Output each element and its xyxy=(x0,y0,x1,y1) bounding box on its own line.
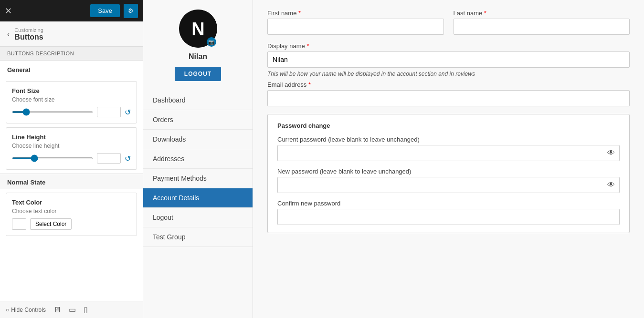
line-height-title: Line Height xyxy=(12,133,131,141)
confirm-password-input[interactable] xyxy=(277,209,620,225)
display-name-required: * xyxy=(306,42,309,50)
svg-text:N: N xyxy=(191,19,204,39)
select-color-button[interactable]: Select Color xyxy=(30,218,72,230)
new-password-group: New password (leave blank to leave uncha… xyxy=(277,168,620,193)
save-button[interactable]: Save xyxy=(90,4,120,17)
text-color-sublabel: Choose text color xyxy=(12,208,131,215)
logout-button[interactable]: LOGOUT xyxy=(175,67,221,81)
password-section: Password change Current password (leave … xyxy=(267,114,630,233)
email-label: Email address * xyxy=(267,81,630,88)
color-swatch-row: Select Color xyxy=(12,218,131,230)
desktop-view-button[interactable]: 🖥 xyxy=(53,306,61,314)
line-height-control: Line Height Choose line height 1.25 ↺ xyxy=(6,127,137,170)
display-name-group: Display name * This will be how your nam… xyxy=(267,42,630,77)
nav-item-account-details[interactable]: Account Details xyxy=(143,188,253,208)
last-name-required: * xyxy=(484,10,486,17)
circle-icon: ○ xyxy=(6,307,9,313)
back-button[interactable]: ‹ xyxy=(7,30,10,39)
nav-item-addresses[interactable]: Addresses xyxy=(143,149,253,169)
last-name-label: Last name * xyxy=(454,10,630,17)
current-password-group: Current password (leave blank to leave u… xyxy=(277,136,620,161)
line-height-slider-row: 1.25 ↺ xyxy=(12,153,131,164)
confirm-password-wrap xyxy=(277,209,620,225)
password-section-title: Password change xyxy=(277,122,620,129)
customizing-label: Customizing xyxy=(14,27,43,33)
font-size-reset-button[interactable]: ↺ xyxy=(125,108,131,117)
nav-item-payment-methods[interactable]: Payment Methods xyxy=(143,169,253,188)
font-size-input[interactable]: 14 xyxy=(97,107,121,117)
show-current-password-icon[interactable]: 👁 xyxy=(607,149,615,157)
nav-item-orders[interactable]: Orders xyxy=(143,110,253,130)
display-name-input[interactable] xyxy=(267,51,630,68)
gear-icon-button[interactable]: ⚙ xyxy=(124,4,138,18)
name-row: First name * Last name * xyxy=(267,10,630,35)
first-name-required: * xyxy=(298,10,301,17)
display-name-hint: This will be how your name will be displ… xyxy=(267,71,630,77)
font-size-slider[interactable] xyxy=(12,111,93,113)
text-color-control: Text Color Choose text color Select Colo… xyxy=(6,193,137,236)
hide-controls-button[interactable]: ○ Hide Controls xyxy=(6,307,46,313)
last-name-group: Last name * xyxy=(454,10,630,35)
desktop-icon: 🖥 xyxy=(53,306,61,314)
line-height-sublabel: Choose line height xyxy=(12,143,131,149)
email-input[interactable] xyxy=(267,90,630,106)
current-password-wrap: 👁 xyxy=(277,145,620,161)
email-required: * xyxy=(308,81,311,88)
nav-menu: DashboardOrdersDownloadsAddressesPayment… xyxy=(143,91,253,247)
first-name-group: First name * xyxy=(267,10,444,35)
new-password-input[interactable] xyxy=(277,177,620,193)
tablet-view-button[interactable]: ▭ xyxy=(69,305,76,314)
customizer-header: ‹ Customizing Buttons xyxy=(0,21,143,47)
buttons-description-label: Buttons description xyxy=(0,47,143,61)
save-area: Save ⚙ xyxy=(90,4,138,18)
avatar-wrap: N 📷 xyxy=(179,10,217,48)
line-height-reset-button[interactable]: ↺ xyxy=(125,154,131,163)
current-password-label: Current password (leave blank to leave u… xyxy=(277,136,620,143)
nav-item-test-group[interactable]: Test Group xyxy=(143,227,253,247)
top-bar: ✕ Save ⚙ xyxy=(0,0,143,21)
normal-state-label: Normal State xyxy=(0,174,143,189)
current-password-input[interactable] xyxy=(277,145,620,161)
new-password-wrap: 👁 xyxy=(277,177,620,193)
account-form: First name * Last name * Display name * … xyxy=(253,0,644,318)
first-name-input[interactable] xyxy=(267,19,444,35)
font-size-title: Font Size xyxy=(12,87,131,94)
bottom-bar: ○ Hide Controls 🖥 ▭ ▯ xyxy=(0,301,143,318)
mobile-icon: ▯ xyxy=(84,306,88,314)
font-size-slider-row: 14 ↺ xyxy=(12,107,131,117)
user-name: Nilan xyxy=(189,52,207,61)
text-color-title: Text Color xyxy=(12,199,131,206)
nav-item-dashboard[interactable]: Dashboard xyxy=(143,91,253,110)
last-name-input[interactable] xyxy=(454,19,630,35)
line-height-input[interactable]: 1.25 xyxy=(97,153,121,164)
nav-item-logout[interactable]: Logout xyxy=(143,208,253,227)
font-size-control: Font Size Choose font size 14 ↺ xyxy=(6,81,137,123)
color-swatch[interactable] xyxy=(12,218,26,230)
gear-icon: ⚙ xyxy=(128,7,134,14)
account-nav: N 📷 Nilan LOGOUT DashboardOrdersDownload… xyxy=(143,0,253,318)
first-name-label: First name * xyxy=(267,10,444,17)
camera-icon: 📷 xyxy=(208,39,215,45)
mobile-view-button[interactable]: ▯ xyxy=(84,305,88,314)
tablet-icon: ▭ xyxy=(69,306,76,314)
line-height-slider[interactable] xyxy=(12,157,93,159)
hide-controls-label: Hide Controls xyxy=(11,307,46,313)
scrollable-panel[interactable]: Buttons description General Font Size Ch… xyxy=(0,47,143,301)
main-content: N 📷 Nilan LOGOUT DashboardOrdersDownload… xyxy=(143,0,644,318)
nav-item-downloads[interactable]: Downloads xyxy=(143,130,253,149)
display-name-label: Display name * xyxy=(267,42,630,50)
new-password-label: New password (leave blank to leave uncha… xyxy=(277,168,620,175)
close-button[interactable]: ✕ xyxy=(5,6,12,16)
customizer-panel: ✕ Save ⚙ ‹ Customizing Buttons Buttons d… xyxy=(0,0,143,318)
customizing-title: Buttons xyxy=(14,33,43,41)
show-new-password-icon[interactable]: 👁 xyxy=(607,181,615,189)
confirm-password-group: Confirm new password xyxy=(277,200,620,225)
confirm-password-label: Confirm new password xyxy=(277,200,620,207)
email-group: Email address * xyxy=(267,81,630,106)
camera-badge[interactable]: 📷 xyxy=(207,37,216,47)
font-size-sublabel: Choose font size xyxy=(12,96,131,103)
general-label: General xyxy=(0,61,143,77)
